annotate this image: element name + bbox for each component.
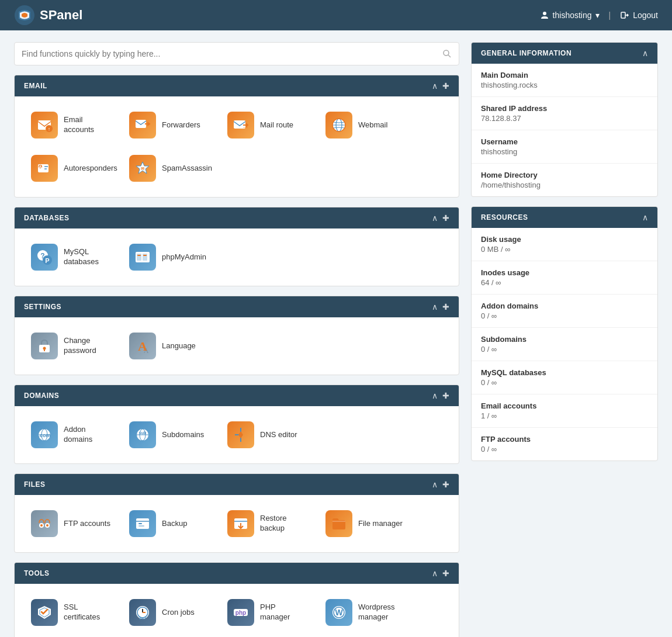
spamassassin-item[interactable]: ✉ SpamAssassin	[122, 149, 216, 188]
svg-marker-43	[238, 431, 243, 438]
backup-item[interactable]: Backup	[122, 504, 216, 543]
tools-add-btn[interactable]: ✚	[442, 569, 449, 578]
addon-domains-resource-label: Addon domains	[481, 302, 648, 310]
email-section-title: EMAIL	[24, 82, 47, 90]
ftp-accounts-resource-row: FTP accounts 0 / ∞	[472, 428, 657, 461]
tools-section-body: SSL certificates 24/7 Cron jobs php PHP …	[15, 584, 459, 637]
chevron-down-icon: ▾	[595, 11, 600, 20]
cron-icon: 24/7	[129, 599, 156, 626]
ssl-certificates-item[interactable]: SSL certificates	[24, 593, 117, 632]
svg-text:W: W	[335, 608, 343, 617]
databases-section-controls: ∧ ✚	[432, 213, 449, 223]
addon-domains-icon: .com	[31, 421, 58, 448]
files-add-btn[interactable]: ✚	[442, 480, 449, 489]
user-icon	[540, 11, 549, 20]
files-section-title: FILES	[24, 480, 46, 489]
home-directory-label: Home Directory	[481, 171, 648, 179]
email-collapse-btn[interactable]: ∧	[432, 81, 438, 91]
main-container: EMAIL ∧ ✚ ↑ Email accounts	[0, 30, 672, 637]
svg-text:php: php	[235, 610, 246, 616]
header-user[interactable]: thishosting ▾	[540, 11, 600, 20]
main-domain-value: thishosting.rocks	[481, 81, 648, 89]
svg-text:✉: ✉	[141, 167, 144, 171]
databases-add-btn[interactable]: ✚	[442, 213, 449, 223]
general-info-header: GENERAL INFORMATION ∧	[472, 43, 657, 64]
tools-collapse-btn[interactable]: ∧	[432, 569, 438, 578]
subdomains-item[interactable]: sub Subdomains	[122, 416, 216, 454]
mail-route-item[interactable]: Mail route	[220, 106, 314, 144]
mysql-databases-item[interactable]: ?P MySQL databases	[24, 238, 117, 276]
mail-route-icon	[227, 112, 254, 139]
language-item[interactable]: AA Language	[122, 327, 216, 365]
email-section-header: EMAIL ∧ ✚	[15, 75, 459, 96]
databases-section-body: ?P MySQL databases phpMyAdmin	[15, 229, 459, 286]
databases-collapse-btn[interactable]: ∧	[432, 213, 438, 223]
svg-text:P: P	[45, 257, 49, 264]
svg-rect-26	[137, 255, 141, 256]
restore-backup-label: Restore backup	[260, 514, 307, 534]
mysql-databases-resource-row: MySQL databases 0 / ∞	[472, 361, 657, 394]
subdomains-label: Subdomains	[162, 430, 204, 440]
wordpress-manager-item[interactable]: W Wordpress manager	[318, 593, 412, 632]
dns-editor-label: DNS editor	[260, 430, 297, 440]
username-row: Username thishosting	[472, 130, 657, 164]
header-divider: |	[609, 11, 611, 20]
resources-body: Disk usage 0 MB / ∞ Inodes usage 64 / ∞ …	[472, 228, 657, 461]
settings-collapse-btn[interactable]: ∧	[432, 302, 438, 311]
autoresponders-item[interactable]: A Autoresponders	[24, 149, 117, 188]
general-info-card: GENERAL INFORMATION ∧ Main Domain thisho…	[471, 42, 658, 197]
search-bar	[14, 42, 459, 65]
resources-header: RESOURCES ∧	[472, 207, 657, 228]
domains-collapse-btn[interactable]: ∧	[432, 391, 438, 400]
files-collapse-btn[interactable]: ∧	[432, 480, 438, 489]
forwarders-item[interactable]: Forwarders	[122, 106, 216, 144]
email-accounts-icon: ↑	[31, 112, 58, 139]
svg-rect-50	[138, 523, 142, 524]
forwarders-icon	[129, 112, 156, 139]
files-section-header: FILES ∧ ✚	[15, 474, 459, 495]
resources-collapse-btn[interactable]: ∧	[642, 213, 648, 222]
general-info-body: Main Domain thishosting.rocks Shared IP …	[472, 64, 657, 196]
email-add-btn[interactable]: ✚	[442, 81, 449, 91]
shared-ip-row: Shared IP address 78.128.8.37	[472, 97, 657, 130]
domains-section-header: DOMAINS ∧ ✚	[15, 385, 459, 406]
php-icon: php	[227, 599, 254, 626]
ssl-icon	[31, 599, 58, 626]
logout-button[interactable]: Logout	[620, 11, 658, 20]
svg-text:.com: .com	[38, 432, 50, 438]
autoresponders-icon: A	[31, 155, 58, 182]
email-accounts-item[interactable]: ↑ Email accounts	[24, 106, 117, 144]
svg-rect-51	[138, 525, 144, 527]
main-domain-label: Main Domain	[481, 71, 648, 79]
general-info-collapse-btn[interactable]: ∧	[642, 49, 648, 58]
addon-domains-resource-row: Addon domains 0 / ∞	[472, 295, 657, 328]
webmail-item[interactable]: Webmail	[318, 106, 412, 144]
forwarders-label: Forwarders	[162, 120, 200, 130]
file-manager-item[interactable]: File manager	[318, 504, 412, 543]
logo-icon	[14, 5, 35, 26]
file-manager-icon	[325, 510, 352, 537]
dns-editor-item[interactable]: DNS editor	[220, 416, 314, 454]
settings-add-btn[interactable]: ✚	[442, 302, 449, 311]
search-icon	[442, 49, 452, 58]
php-manager-item[interactable]: php PHP manager	[220, 593, 314, 632]
svg-text:A: A	[39, 164, 42, 169]
change-password-item[interactable]: Change password	[24, 327, 117, 365]
addon-domains-resource-value: 0 / ∞	[481, 311, 648, 320]
disk-usage-row: Disk usage 0 MB / ∞	[472, 228, 657, 261]
email-accounts-label: Email accounts	[64, 115, 110, 135]
ftp-accounts-item[interactable]: FTP accounts	[24, 504, 117, 543]
files-section-controls: ∧ ✚	[432, 480, 449, 489]
cron-jobs-item[interactable]: 24/7 Cron jobs	[122, 593, 216, 632]
addon-domains-item[interactable]: .com Addon domains	[24, 416, 117, 454]
svg-rect-2	[621, 12, 625, 18]
domains-add-btn[interactable]: ✚	[442, 391, 449, 400]
phpmyadmin-item[interactable]: phpMyAdmin	[122, 238, 216, 276]
restore-backup-icon	[227, 510, 254, 537]
restore-backup-item[interactable]: Restore backup	[220, 504, 314, 543]
disk-usage-label: Disk usage	[481, 235, 648, 244]
settings-section-body: Change password AA Language	[15, 317, 459, 375]
files-section-body: FTP accounts Backup Restore backup	[15, 495, 459, 552]
main-domain-row: Main Domain thishosting.rocks	[472, 64, 657, 97]
search-input[interactable]	[22, 49, 442, 58]
